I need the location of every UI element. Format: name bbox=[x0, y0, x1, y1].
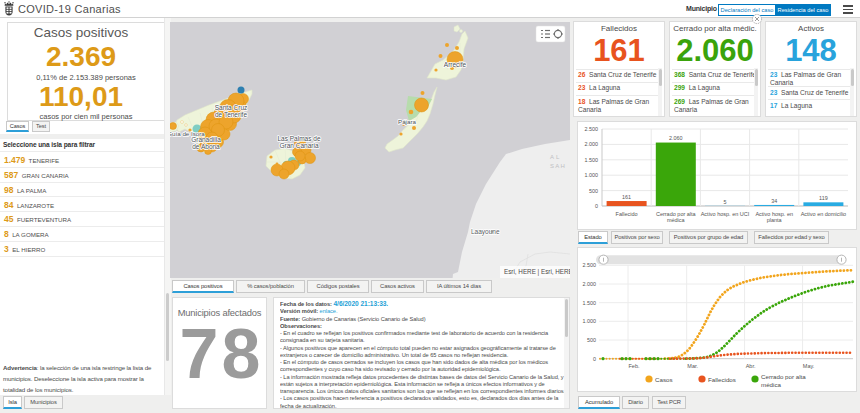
svg-text:500: 500 bbox=[587, 337, 596, 343]
svg-text:Cerrado por alta: Cerrado por alta bbox=[656, 211, 697, 217]
svg-text:planta: planta bbox=[767, 217, 783, 223]
svg-text:Casos: Casos bbox=[655, 376, 673, 383]
svg-text:119: 119 bbox=[819, 195, 828, 201]
svg-text:Las Palmas de: Las Palmas de bbox=[278, 135, 321, 142]
svg-text:Gran Canaria: Gran Canaria bbox=[279, 142, 318, 149]
svg-text:médica: médica bbox=[667, 217, 686, 223]
svg-text:1.500: 1.500 bbox=[585, 157, 599, 163]
svg-text:Cerrado por alta: Cerrado por alta bbox=[761, 373, 806, 380]
svg-text:0: 0 bbox=[593, 356, 596, 362]
svg-text:Esri, HERE | Esri, HERE: Esri, HERE | Esri, HERE bbox=[504, 268, 570, 276]
svg-text:1.000: 1.000 bbox=[585, 172, 599, 178]
svg-text:Fallecido: Fallecido bbox=[616, 211, 638, 217]
svg-text:médica: médica bbox=[761, 381, 782, 388]
svg-text:161: 161 bbox=[622, 194, 631, 200]
svg-text:de Tenerife: de Tenerife bbox=[215, 111, 247, 118]
svg-text:0: 0 bbox=[595, 203, 598, 209]
svg-text:de Abona: de Abona bbox=[192, 143, 220, 150]
svg-text:Granadilla: Granadilla bbox=[191, 136, 221, 143]
svg-text:AL: AL bbox=[550, 154, 561, 160]
svg-text:Feb.: Feb. bbox=[628, 363, 639, 369]
svg-text:2.500: 2.500 bbox=[583, 262, 597, 268]
svg-text:Mar.: Mar. bbox=[687, 363, 698, 369]
svg-text:SAH: SAH bbox=[550, 163, 566, 169]
svg-text:Pájara: Pájara bbox=[398, 118, 416, 125]
svg-text:1.500: 1.500 bbox=[583, 300, 597, 306]
svg-text:34: 34 bbox=[771, 198, 777, 204]
svg-text:Fallecidos: Fallecidos bbox=[708, 376, 736, 383]
svg-text:Abr.: Abr. bbox=[746, 363, 756, 369]
svg-text:Activo en domicilio: Activo en domicilio bbox=[801, 211, 847, 217]
svg-text:2.500: 2.500 bbox=[585, 126, 599, 132]
svg-text:Laayoune: Laayoune bbox=[471, 228, 500, 236]
svg-text:Arrecife: Arrecife bbox=[444, 61, 467, 68]
svg-text:1.000: 1.000 bbox=[583, 318, 597, 324]
svg-text:2.000: 2.000 bbox=[583, 281, 597, 287]
svg-text:2.000: 2.000 bbox=[585, 141, 599, 147]
svg-text:Santa Cruz: Santa Cruz bbox=[215, 104, 248, 111]
svg-text:5: 5 bbox=[724, 199, 727, 205]
svg-text:Activo hosp. en: Activo hosp. en bbox=[755, 211, 793, 217]
svg-text:Activo hosp. en UCI: Activo hosp. en UCI bbox=[701, 211, 750, 217]
svg-text:May.: May. bbox=[803, 363, 815, 369]
svg-text:500: 500 bbox=[589, 188, 598, 194]
svg-text:2.060: 2.060 bbox=[669, 135, 683, 141]
